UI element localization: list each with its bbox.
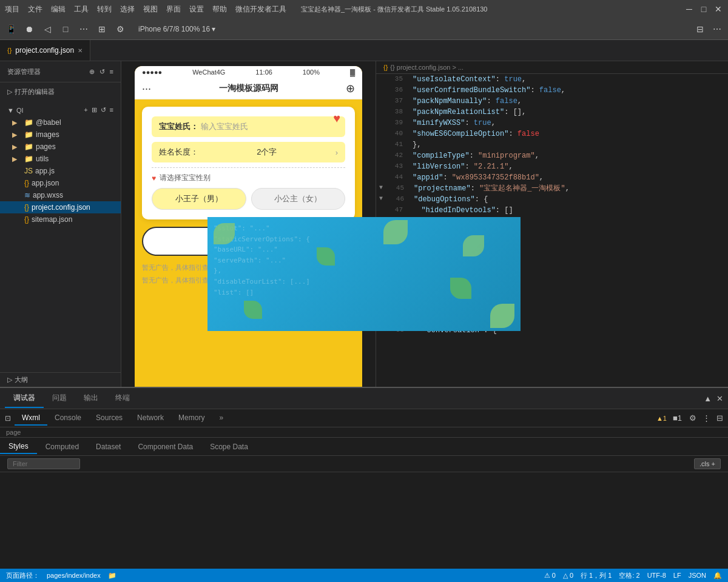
devtools-tab-network[interactable]: Network (130, 411, 171, 426)
home-icon[interactable]: □ (59, 23, 72, 35)
sidebar-item-appjson[interactable]: {} app.json (0, 177, 121, 189)
length-selector[interactable]: 姓名长度： 2个字 › (152, 142, 345, 162)
male-button[interactable]: 小王子（男） (152, 188, 246, 210)
refresh-tree-icon[interactable]: ↺ (101, 106, 106, 114)
line-content: "packNpmManually": false, (410, 96, 728, 107)
nav-more-icon[interactable]: ⊕ (346, 82, 355, 95)
tab-problems[interactable]: 问题 (44, 389, 75, 408)
filter-input[interactable] (7, 458, 80, 469)
error-indicator: ⚠ 0 (544, 572, 556, 580)
close-button[interactable]: ✕ (713, 4, 723, 14)
back-icon[interactable]: ◁ (41, 23, 53, 35)
menu-item-goto[interactable]: 转到 (97, 4, 112, 15)
chevron-down-icon: ▼ (7, 107, 14, 114)
line-arrow (376, 129, 386, 139)
name-input-label: 宝宝姓氏： (159, 121, 198, 132)
tab-terminal[interactable]: 终端 (107, 389, 138, 408)
spaces-indicator: 空格: 2 (619, 571, 639, 580)
more-icon[interactable]: ⋯ (78, 23, 90, 35)
expand-arrow-icon[interactable]: ▼ (376, 183, 386, 194)
page-path-value[interactable]: pages/index/index (47, 572, 101, 579)
name-input[interactable]: 宝宝姓氏： 输入宝宝姓氏 (152, 116, 345, 137)
style-tab-component-data[interactable]: Component Data (129, 440, 201, 453)
menu-item-weixin[interactable]: 微信开发者工具 (235, 4, 286, 15)
menu-item-tools[interactable]: 工具 (74, 4, 89, 15)
menu-item-view[interactable]: 视图 (143, 4, 158, 15)
menu-item-settings[interactable]: 设置 (189, 4, 204, 15)
split-view-icon[interactable]: ⊟ (694, 23, 706, 35)
sidebar-item-label: utils (36, 155, 49, 163)
menu-item-edit[interactable]: 编辑 (51, 4, 66, 15)
menu-item-file[interactable]: 文件 (28, 4, 42, 15)
more-devtools-icon[interactable]: ⋮ (703, 413, 710, 423)
project-toggle[interactable]: ▼ QI + ⊞ ↺ ≡ (0, 104, 121, 116)
sidebar-item-projectconfig[interactable]: {} project.config.json (0, 201, 121, 213)
selector-icon[interactable]: ⊡ (5, 414, 11, 423)
devtools-tab-sources[interactable]: Sources (89, 411, 130, 426)
close-tab-icon[interactable]: ✕ (78, 47, 83, 54)
sidebar-item-sitemap[interactable]: {} sitemap.json (0, 213, 121, 226)
sidebar-item-pages[interactable]: ▶ 📁 pages (0, 141, 121, 153)
cls-button[interactable]: .cls + (694, 458, 721, 469)
phone-name-card: ♥ 宝宝姓氏： 输入宝宝姓氏 姓名长度： 2个字 › ♥ (142, 107, 355, 219)
collapse-all-icon[interactable]: ≡ (110, 106, 113, 114)
sidebar-item-images[interactable]: ▶ 📁 images (0, 129, 121, 141)
bell-icon: 🔔 (713, 572, 722, 580)
more-options-icon[interactable]: ⋯ (711, 23, 723, 35)
new-file-icon[interactable]: ⊕ (89, 68, 95, 76)
line-number: 35 (386, 74, 410, 85)
add-file-icon[interactable]: + (84, 106, 87, 114)
collapse-icon[interactable]: ≡ (110, 68, 113, 76)
line-number: 38 (386, 107, 410, 118)
js-file-icon: JS (24, 167, 33, 175)
gender-buttons: 小王子（男） 小公主（女） (152, 188, 345, 210)
divider (152, 167, 345, 168)
minimize-button[interactable]: ─ (684, 4, 694, 14)
devtools-tab-wxml[interactable]: Wxml (15, 411, 47, 426)
file-tab-project-config[interactable]: {} project.config.json ✕ (0, 40, 90, 61)
mobile-icon[interactable]: 📱 (5, 23, 17, 35)
editor-line-37: 37 "packNpmManually": false, (376, 96, 728, 107)
record-icon[interactable]: ⏺ (23, 23, 35, 35)
devtools-tab-memory[interactable]: Memory (171, 411, 212, 426)
open-editors-label: 打开的编辑器 (15, 87, 55, 96)
style-tab-scope-data[interactable]: Scope Data (201, 440, 257, 453)
expand-arrow-icon[interactable]: ▼ (376, 194, 386, 205)
dock-icon[interactable]: ⊟ (716, 413, 723, 423)
line-number: 43 (386, 161, 410, 172)
style-tab-styles[interactable]: Styles (0, 440, 37, 454)
menu-item-select[interactable]: 选择 (120, 4, 135, 15)
sidebar-item-appjs[interactable]: JS app.js (0, 165, 121, 177)
menu-item-help[interactable]: 帮助 (212, 4, 227, 15)
sidebar-item-babel[interactable]: ▶ 📁 @babel (0, 116, 121, 129)
devtools-tab-console[interactable]: Console (47, 411, 89, 426)
sidebar-item-utils[interactable]: ▶ 📁 utils (0, 153, 121, 165)
line-content: "hidedInDevtools": [] (410, 205, 728, 216)
line-number: 40 (386, 129, 410, 139)
devtools-tab-more[interactable]: » (212, 411, 231, 426)
refresh-icon[interactable]: ↺ (99, 68, 105, 76)
sidebar-item-appwxss[interactable]: ≋ app.wxss (0, 189, 121, 201)
nav-back-icon[interactable]: ··· (142, 82, 151, 95)
tab-output[interactable]: 输出 (75, 389, 107, 408)
open-editors-toggle[interactable]: ▷ 打开的编辑器 (0, 85, 121, 99)
maximize-button[interactable]: □ (699, 4, 709, 14)
style-tab-dataset[interactable]: Dataset (87, 440, 129, 453)
scan-icon[interactable]: ⊞ (96, 23, 108, 35)
line-content: "useIsolateContext": true, (410, 74, 728, 85)
female-button[interactable]: 小公主（女） (251, 188, 346, 210)
sidebar-item-label: app.js (35, 167, 55, 175)
add-folder-icon[interactable]: ⊞ (92, 106, 97, 114)
tab-debugger[interactable]: 调试器 (5, 389, 44, 408)
close-panel-icon[interactable]: ✕ (716, 394, 723, 403)
chevron-up-icon[interactable]: ▲ (704, 394, 712, 403)
style-tab-computed[interactable]: Computed (37, 440, 87, 453)
status-bar: 页面路径： pages/index/index 📁 ⚠ 0 △ 0 行 1，列 … (0, 569, 728, 582)
compile-icon[interactable]: ⚙ (114, 23, 126, 35)
gear-icon[interactable]: ⚙ (689, 413, 696, 423)
line-content: "projectname": "宝宝起名神器_一淘模板", (411, 183, 728, 194)
phone-nav-title: 一淘模板源码网 (219, 83, 278, 94)
menu-item-project[interactable]: 项目 (5, 4, 19, 15)
menu-item-interface[interactable]: 界面 (166, 4, 181, 15)
outline-toggle[interactable]: ▷ 大纲 (0, 372, 121, 387)
